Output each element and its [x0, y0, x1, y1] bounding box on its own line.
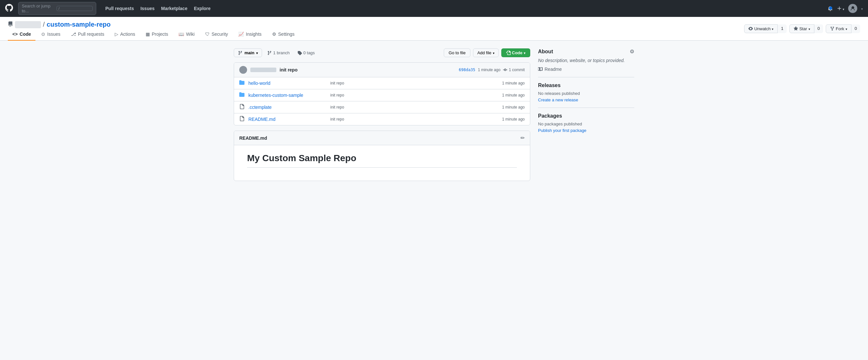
packages-section: Packages No packages published Publish y…: [538, 113, 634, 133]
notifications-wrap: [828, 6, 833, 11]
file-name: .cctemplate: [248, 105, 327, 110]
releases-title: Releases: [538, 83, 634, 88]
file-table: init repo 698da35 1 minute ago 1 commit …: [234, 62, 530, 125]
commit-author-placeholder: [250, 68, 276, 72]
header-actions: Unwatch 1 Star 0 Fork 0: [744, 24, 860, 33]
star-chevron-icon: [808, 26, 810, 31]
settings-icon: ⚙: [272, 32, 276, 37]
watch-button[interactable]: Unwatch: [744, 24, 778, 33]
star-btn-group: Star 0: [789, 24, 823, 33]
watch-btn-group: Unwatch 1: [744, 24, 787, 33]
insights-icon: 📈: [238, 32, 244, 37]
fork-chevron-icon: [845, 26, 847, 31]
tab-actions[interactable]: ▷ Actions: [110, 28, 140, 41]
tab-issues[interactable]: ⊙ Issues: [37, 28, 65, 41]
about-section: About ⚙ No description, website, or topi…: [538, 48, 634, 77]
folder-icon: [239, 80, 245, 87]
commit-meta: 698da35 1 minute ago 1 commit: [459, 68, 525, 72]
table-row: hello-world init repo 1 minute ago: [234, 77, 530, 89]
add-file-chevron-icon: [493, 51, 494, 55]
search-placeholder: Search or jump to...: [22, 4, 54, 13]
watch-count[interactable]: 1: [777, 24, 786, 33]
pr-icon: ⎇: [71, 32, 76, 37]
table-row: .cctemplate init repo 1 minute ago: [234, 101, 530, 113]
tab-settings[interactable]: ⚙ Settings: [268, 28, 300, 41]
watch-chevron-icon: [772, 26, 773, 31]
nav-issues[interactable]: Issues: [138, 5, 157, 12]
releases-section: Releases No releases published Create a …: [538, 83, 634, 108]
create-release-link[interactable]: Create a new release: [538, 97, 578, 102]
add-file-button[interactable]: Add file: [473, 48, 498, 57]
readme-title: My Custom Sample Repo: [247, 153, 517, 168]
issue-icon: ⊙: [41, 32, 45, 37]
commit-hash[interactable]: 698da35: [459, 68, 475, 72]
breadcrumb-separator: /: [43, 21, 45, 28]
nav-pull-requests[interactable]: Pull requests: [103, 5, 136, 12]
commit-time: 1 minute ago: [478, 68, 500, 72]
tab-security[interactable]: 🛡 Security: [200, 28, 233, 41]
readme-filename: README.md: [239, 135, 267, 141]
sub-header: / custom-sample-repo <> Code ⊙ Issues ⎇ …: [0, 17, 868, 41]
tab-wiki[interactable]: 📖 Wiki: [174, 28, 199, 41]
about-title: About: [538, 49, 553, 55]
security-icon: 🛡: [205, 32, 210, 37]
breadcrumb: / custom-sample-repo: [8, 21, 299, 28]
star-button[interactable]: Star: [789, 24, 814, 33]
file-name: README.md: [248, 117, 327, 122]
readme-box: README.md ✏ My Custom Sample Repo: [234, 131, 530, 181]
commit-count-link[interactable]: 1 commit: [503, 68, 525, 72]
file-name: hello-world: [248, 80, 327, 86]
file-doc-icon: [239, 116, 245, 123]
code-dropdown-button[interactable]: Code: [501, 48, 531, 57]
file-commit-msg: init repo: [330, 81, 498, 86]
commit-author-avatar: [239, 66, 247, 74]
avatar-chevron-icon: [861, 6, 863, 11]
tab-code[interactable]: <> Code: [8, 28, 35, 41]
readme-header: README.md ✏: [234, 131, 530, 145]
file-commit-msg: init repo: [330, 117, 498, 122]
nav-explore[interactable]: Explore: [191, 5, 213, 12]
readme-link[interactable]: Readme: [538, 67, 634, 72]
readme-edit-button[interactable]: ✏: [521, 135, 525, 141]
nav-marketplace[interactable]: Marketplace: [159, 5, 190, 12]
repo-icon: [8, 22, 13, 28]
fork-button[interactable]: Fork: [826, 24, 851, 33]
code-icon: <>: [12, 32, 18, 37]
tag-count-link[interactable]: 0 tags: [295, 49, 317, 57]
commit-row: init repo 698da35 1 minute ago 1 commit: [234, 63, 530, 77]
search-bar[interactable]: Search or jump to... /: [18, 2, 96, 15]
code-chevron-icon: [524, 51, 525, 55]
user-avatar[interactable]: [848, 4, 857, 13]
wiki-icon: 📖: [179, 32, 184, 37]
branch-count-link[interactable]: 1 branch: [265, 49, 292, 57]
create-new-button[interactable]: [837, 5, 844, 12]
github-logo-icon[interactable]: [5, 4, 13, 13]
notification-dot: [829, 6, 832, 10]
actions-icon: ▷: [115, 32, 118, 37]
go-to-file-button[interactable]: Go to file: [444, 48, 470, 57]
folder-icon: [239, 92, 245, 98]
file-commit-msg: init repo: [330, 93, 498, 97]
repo-name-link[interactable]: custom-sample-repo: [47, 21, 111, 28]
publish-package-link[interactable]: Publish your first package: [538, 128, 586, 133]
nav-right: [828, 4, 863, 13]
file-time: 1 minute ago: [502, 105, 525, 109]
sidebar: About ⚙ No description, website, or topi…: [538, 48, 634, 181]
fork-count[interactable]: 0: [851, 24, 860, 33]
branch-chevron-icon: [256, 51, 258, 55]
about-header: About ⚙: [538, 48, 634, 55]
tab-pull-requests[interactable]: ⎇ Pull requests: [66, 28, 109, 41]
nav-links: Pull requests Issues Marketplace Explore: [103, 5, 213, 12]
about-settings-icon[interactable]: ⚙: [630, 48, 634, 55]
tab-insights[interactable]: 📈 Insights: [234, 28, 266, 41]
toolbar-right: Go to file Add file Code: [444, 48, 530, 57]
content-left: main 1 branch 0 tags Go to file Add file: [234, 48, 530, 181]
file-doc-icon: [239, 104, 245, 110]
branch-selector[interactable]: main: [234, 48, 262, 57]
file-name: kubernetes-custom-sample: [248, 93, 327, 98]
create-chevron-icon: [843, 5, 844, 12]
star-count[interactable]: 0: [814, 24, 823, 33]
tab-projects[interactable]: ▦ Projects: [141, 28, 173, 41]
file-time: 1 minute ago: [502, 81, 525, 86]
file-time: 1 minute ago: [502, 117, 525, 122]
